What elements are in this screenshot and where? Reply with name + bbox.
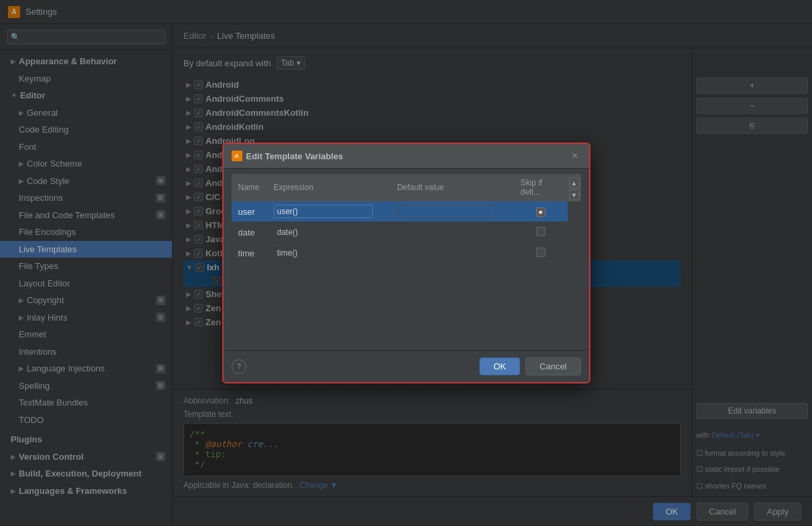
- cell-name: date: [232, 222, 267, 243]
- skip-checkbox[interactable]: [536, 227, 546, 236]
- col-header-name: Name: [232, 174, 267, 201]
- dialog-overlay: A Edit Template Variables × Name Express…: [0, 0, 812, 526]
- default-input[interactable]: [397, 226, 496, 239]
- default-input[interactable]: [397, 205, 496, 218]
- dialog-title-row: A Edit Template Variables: [232, 151, 343, 161]
- col-header-expression: Expression: [267, 174, 390, 201]
- expression-input[interactable]: [274, 205, 373, 218]
- cell-skip[interactable]: [514, 243, 568, 264]
- table-row[interactable]: time: [232, 243, 581, 264]
- sort-down-button[interactable]: ▼: [569, 189, 580, 200]
- cell-default[interactable]: [390, 243, 513, 264]
- dialog-title: Edit Template Variables: [246, 151, 343, 161]
- edit-template-variables-dialog: A Edit Template Variables × Name Express…: [222, 143, 590, 383]
- cell-skip[interactable]: ■: [514, 201, 568, 222]
- cell-expression[interactable]: [267, 243, 390, 264]
- col-header-skip: Skip if defi...: [514, 174, 568, 201]
- table-row[interactable]: user ■: [232, 201, 581, 222]
- cell-expression[interactable]: [267, 222, 390, 243]
- variables-table: Name Expression Default value Skip if de…: [232, 174, 581, 264]
- sort-arrows: ▲ ▼: [569, 177, 580, 200]
- default-input[interactable]: [397, 246, 496, 260]
- sort-up-button[interactable]: ▲: [569, 177, 580, 188]
- dialog-close-button[interactable]: ×: [569, 149, 580, 163]
- dialog-ok-button[interactable]: OK: [479, 357, 520, 375]
- skip-checkbox[interactable]: [536, 248, 546, 257]
- expression-input[interactable]: [274, 226, 373, 239]
- skip-checkbox[interactable]: ■: [536, 207, 546, 217]
- expression-input[interactable]: [274, 246, 373, 260]
- cell-default[interactable]: [390, 201, 513, 222]
- dialog-body: Name Expression Default value Skip if de…: [224, 169, 589, 350]
- dialog-footer: ? OK Cancel: [224, 350, 589, 382]
- dialog-cancel-button[interactable]: Cancel: [525, 357, 580, 375]
- help-button[interactable]: ?: [232, 359, 246, 374]
- dialog-app-icon: A: [232, 151, 242, 161]
- cell-default[interactable]: [390, 222, 513, 243]
- col-header-default: Default value: [390, 174, 513, 201]
- cell-expression[interactable]: [267, 201, 390, 222]
- cell-skip[interactable]: [514, 222, 568, 243]
- dialog-header: A Edit Template Variables ×: [224, 144, 589, 169]
- cell-name: time: [232, 243, 267, 264]
- cell-name: user: [232, 201, 267, 222]
- table-row[interactable]: date: [232, 222, 581, 243]
- dialog-buttons: OK Cancel: [479, 357, 580, 375]
